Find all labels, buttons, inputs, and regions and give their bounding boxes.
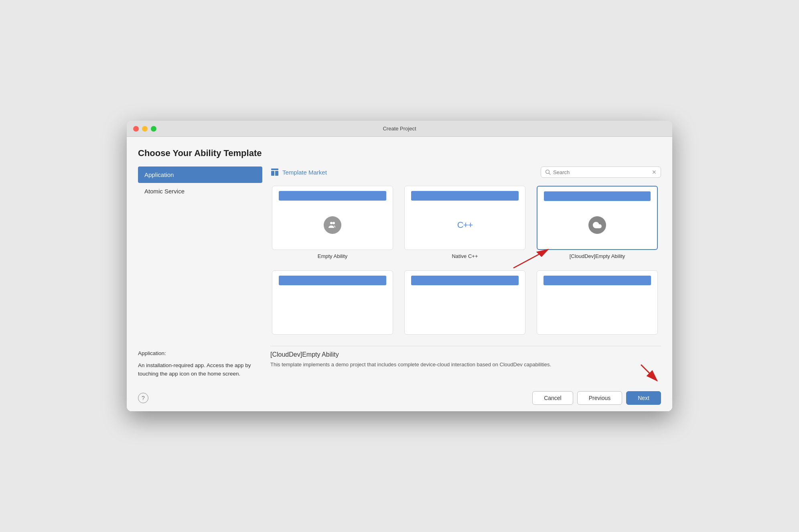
people-icon-circle — [324, 216, 341, 234]
template-market-label[interactable]: Template Market — [270, 168, 327, 177]
cloud-icon — [592, 220, 602, 230]
template-description-area: [CloudDev]Empty Ability This template im… — [270, 346, 661, 385]
card-preview-4 — [272, 270, 393, 335]
cancel-button[interactable]: Cancel — [532, 391, 573, 405]
sidebar-item-atomic-service[interactable]: Atomic Service — [138, 183, 262, 199]
footer-actions: Cancel Previous Next — [532, 391, 661, 405]
sidebar-description: Application: An installation-required ap… — [138, 343, 262, 385]
svg-rect-1 — [271, 171, 274, 176]
card-preview-clouddev-empty — [537, 186, 658, 250]
svg-point-6 — [333, 222, 335, 224]
search-input[interactable] — [553, 169, 649, 175]
main-content: Choose Your Ability Template Application… — [127, 137, 672, 385]
card-bar — [543, 276, 651, 285]
card-bar — [279, 191, 386, 201]
template-card-empty-ability[interactable]: Empty Ability — [270, 184, 395, 261]
footer: ? Cancel Previous Next — [127, 385, 672, 411]
card-bar — [544, 191, 651, 201]
titlebar: Create Project — [127, 121, 672, 137]
create-project-window: Create Project Choose Your Ability Templ… — [127, 121, 672, 411]
template-card-clouddev-empty[interactable]: [CloudDev]Empty Ability — [535, 184, 659, 261]
main-area: Application Atomic Service Application: … — [138, 167, 661, 385]
templates-grid: Empty Ability C++ Native C++ — [270, 184, 661, 339]
template-market-header: Template Market ✕ — [270, 167, 661, 178]
template-desc-title: [CloudDev]Empty Ability — [270, 351, 661, 358]
window-controls — [133, 126, 156, 132]
search-clear-icon[interactable]: ✕ — [652, 169, 657, 175]
store-icon — [270, 168, 279, 177]
minimize-button[interactable] — [142, 126, 148, 132]
svg-line-4 — [549, 173, 551, 175]
desc-text: An installation-required app. Access the… — [138, 361, 262, 378]
desc-title: Application: — [138, 349, 262, 358]
search-box[interactable]: ✕ — [541, 167, 661, 178]
card-preview-empty-ability — [272, 186, 393, 250]
template-card-native-cpp[interactable]: C++ Native C++ — [403, 184, 527, 261]
close-button[interactable] — [133, 126, 139, 132]
page-title: Choose Your Ability Template — [138, 148, 661, 158]
card-preview-native-cpp: C++ — [404, 186, 525, 250]
card-preview-6 — [537, 270, 658, 335]
card-bar — [411, 276, 519, 285]
sidebar-item-application[interactable]: Application — [138, 167, 262, 183]
card-bar — [411, 191, 519, 201]
svg-point-5 — [330, 222, 333, 224]
card-preview-5 — [404, 270, 525, 335]
cloud-icon-circle — [588, 216, 606, 234]
template-name-clouddev-empty: [CloudDev]Empty Ability — [570, 253, 625, 259]
svg-rect-0 — [271, 169, 278, 170]
grid-wrapper: Empty Ability C++ Native C++ — [270, 184, 661, 339]
people-icon — [328, 220, 337, 230]
sidebar: Application Atomic Service Application: … — [138, 167, 262, 385]
template-desc-text: This template implements a demo project … — [270, 361, 551, 369]
search-icon — [545, 169, 551, 175]
template-name-empty-ability: Empty Ability — [318, 253, 347, 259]
next-button[interactable]: Next — [626, 391, 661, 405]
svg-rect-2 — [275, 171, 278, 176]
maximize-button[interactable] — [151, 126, 156, 132]
right-panel: Template Market ✕ — [262, 167, 661, 385]
help-button[interactable]: ? — [138, 393, 148, 403]
template-card-4[interactable] — [270, 269, 395, 339]
annotation-arrow-2 — [637, 361, 661, 385]
previous-button[interactable]: Previous — [577, 391, 622, 405]
template-card-6[interactable] — [535, 269, 659, 339]
window-title: Create Project — [383, 126, 416, 132]
template-card-5[interactable] — [403, 269, 527, 339]
svg-line-10 — [641, 365, 657, 381]
cpp-label: C++ — [457, 220, 473, 230]
template-name-native-cpp: Native C++ — [452, 253, 478, 259]
card-bar — [279, 276, 386, 285]
